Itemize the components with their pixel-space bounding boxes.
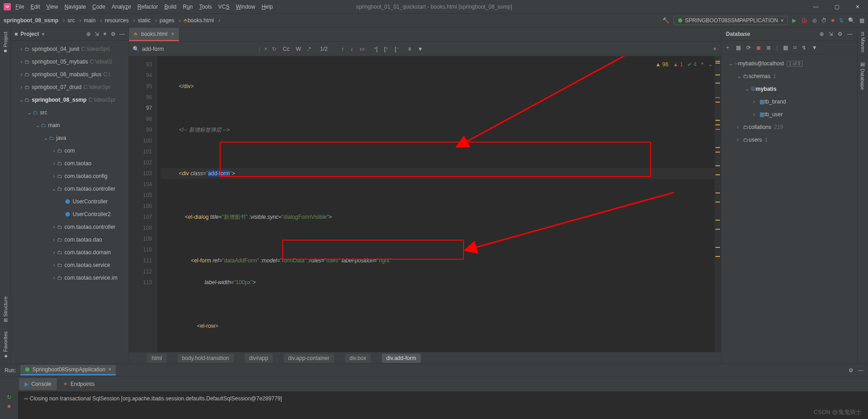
menu-file[interactable]: File [15,4,24,10]
word-toggle[interactable]: W [296,46,301,52]
db-console-icon[interactable]: ⌑ [794,44,796,51]
crumb-src[interactable]: src [68,17,75,24]
code-crumb[interactable]: div#app [245,354,273,363]
menu-window[interactable]: Window [236,4,255,10]
next-match-icon[interactable]: ↓ [350,46,353,52]
prev-match-icon[interactable]: ↑ [341,46,344,52]
tool-tab-structure[interactable]: ⊞ Structure [2,296,8,322]
tool-tab-maven[interactable]: m Maven [860,32,866,52]
menu-navigate[interactable]: Navigate [64,4,86,10]
code-crumb[interactable]: body.hold-transition [178,354,234,363]
run-tab-endpoints[interactable]: ✶Endpoints [58,378,100,390]
run-app-tab[interactable]: ⬢ Springboot08SsmpApplication × [20,365,116,375]
menu-vcs[interactable]: VCS [218,4,230,10]
expand-icon[interactable]: ⇲ [94,31,99,37]
database-tree[interactable]: ⌄⎓ mybatis@localhost1 of 9⌄🗀 schemas1⌄⛁ … [721,54,857,149]
rerun-icon[interactable]: ↻ [7,394,11,400]
crumb-static[interactable]: static [138,17,150,24]
crumb-main[interactable]: main [84,17,96,24]
code-crumb[interactable]: div.add-form [382,354,421,363]
build-icon[interactable]: 🔨 [662,17,669,24]
search-count: 1/2 [320,46,328,52]
profile-button[interactable]: ⏱ [821,17,827,24]
history-search-icon[interactable]: ↻ [272,46,276,52]
crumb-project[interactable]: springboot_08_ssmp [4,17,59,24]
regex-toggle[interactable]: .* [307,46,311,52]
run-config-label: SPRINGBOOT08SSMPAPPLICATION [685,17,778,24]
code-view[interactable]: ▲ 96 ▲ 1 ✔ 4 ^⌄ </div> <!-- 新增标签弹层 --> <… [157,56,721,352]
hide-icon[interactable]: — [119,31,125,37]
settings-quick-icon[interactable]: ▦ [859,17,864,24]
editor-body[interactable]: 9394959697989910010110210310410510610710… [129,56,721,352]
db-jump-icon[interactable]: ▦ [783,44,788,51]
menu-refactor[interactable]: Refactor [138,4,158,10]
menu-analyze[interactable]: Analyze [112,4,131,10]
crumb-file[interactable]: books.html [187,17,214,24]
tool-tab-database[interactable]: ▤ Database [860,61,866,90]
marker-strip[interactable] [715,56,721,352]
menu-view[interactable]: View [46,4,58,10]
watermark: CSDN @鬼鬼骑士 [814,408,862,416]
search-everywhere-icon[interactable]: 🔍 [848,17,855,24]
search-field[interactable]: add-form [142,46,164,52]
settings-icon[interactable]: ⚙ [111,31,116,37]
run-config-selector[interactable]: ⬢ SPRINGBOOT08SSMPAPPLICATION ▾ [674,16,788,25]
select-next-icon[interactable]: [⁺ [384,46,388,52]
stop-run-icon[interactable]: ■ [7,403,10,409]
locate-icon[interactable]: ⊕ [86,31,91,37]
db-stop-icon[interactable]: ◼ [756,44,761,51]
db-hide-icon[interactable]: — [847,31,853,37]
menu-code[interactable]: Code [92,4,105,10]
filter-icon[interactable]: ▼ [418,46,423,52]
run-button[interactable]: ▶ [792,17,796,24]
close-search-icon[interactable]: × [713,46,716,52]
clear-search-icon[interactable]: × [264,46,267,52]
coverage-button[interactable]: ◎ [812,17,817,24]
code-crumb[interactable]: div.box [345,354,371,363]
tool-tab-project[interactable]: ■ Project [3,32,8,54]
crumb-resources[interactable]: resources [105,17,129,24]
close-tab-icon[interactable]: × [171,31,174,37]
menu-tools[interactable]: Tools [199,4,212,10]
run-settings-icon[interactable]: ⚙ [848,367,853,374]
db-expand-icon[interactable]: ⊕ [819,31,824,37]
line-gutter: 9394959697989910010110210310410510610710… [129,56,157,352]
editor-tab-books[interactable]: ⬘ books.html × [129,28,179,41]
menu-build[interactable]: Build [164,4,177,10]
db-collapse-icon[interactable]: ⇲ [829,31,833,37]
db-tx-icon[interactable]: ≣ [766,44,771,51]
project-tree[interactable]: ›springboot_04_junitC:\idea\Spri›springb… [11,41,128,364]
main-menu-bar: IJ File Edit View Navigate Code Analyze … [0,0,868,14]
console-output[interactable]: ⇒ Closing non transactional SqlSession [… [18,391,868,419]
db-settings-icon[interactable]: ⚙ [838,31,843,37]
collapse-icon[interactable]: ✶ [103,31,107,37]
db-ddl-icon[interactable]: ▦ [736,44,741,51]
db-filter-icon[interactable]: ▼ [812,44,817,51]
git-update-icon[interactable]: ⇅ [839,17,843,24]
close-button[interactable]: ✕ [847,0,868,14]
run-tab-console[interactable]: ▶Console [19,378,57,390]
minimize-button[interactable]: — [805,0,826,14]
menu-edit[interactable]: Edit [30,4,40,10]
stop-button[interactable]: ■ [831,17,834,24]
menu-run[interactable]: Run [183,4,193,10]
db-refresh-icon[interactable]: ⟳ [746,44,751,51]
code-crumb[interactable]: html [147,354,167,363]
maximize-button[interactable]: ▢ [826,0,847,14]
unselect-icon[interactable]: [⁻ [395,46,399,52]
crumb-pages[interactable]: pages [159,17,174,24]
filter-settings-icon[interactable]: ≡ [408,46,411,52]
debug-button[interactable]: 🐞 [801,17,808,24]
db-diagram-icon[interactable]: ↯ [802,44,806,51]
database-tool-window: Database ⊕ ⇲ ⚙ — ＋ ▦ ⟳ ◼ ≣ | ▦ ⌑ ↯ ▼ ⌄⎓ … [721,27,857,364]
inspections-widget[interactable]: ▲ 96 ▲ 1 ✔ 4 ^⌄ [656,59,713,70]
menu-help[interactable]: Help [261,4,273,10]
case-toggle[interactable]: Cc [283,46,290,52]
db-add-icon[interactable]: ＋ [725,44,730,51]
tool-tab-favorites[interactable]: ★ Favorites [2,331,8,359]
run-hide-icon[interactable]: — [858,367,863,374]
code-crumb[interactable]: div.app-container [284,354,334,363]
select-all-icon[interactable]: ▭ [360,46,365,52]
window-title: springboot_01_01_quickstart - books.html… [356,4,512,10]
add-selection-icon[interactable]: ⁺[ [374,46,378,52]
